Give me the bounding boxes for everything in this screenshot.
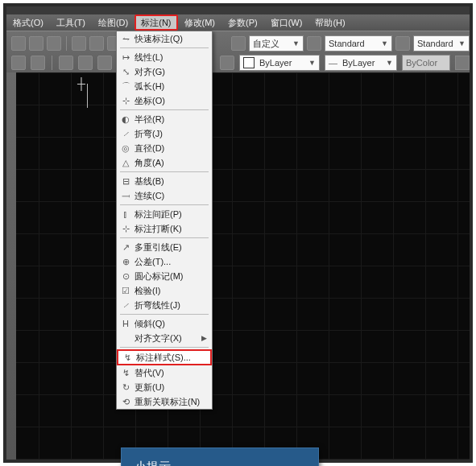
menu-item[interactable]: ⊕公差(T)... — [117, 254, 212, 269]
menu-item[interactable]: △角度(A) — [117, 155, 212, 170]
menu-item[interactable]: ⟞连续(C) — [117, 188, 212, 203]
menu-item[interactable]: ⟲重新关联标注(N) — [117, 394, 212, 409]
menu-label: 重新关联标注(N) — [135, 396, 200, 408]
tool-icon[interactable] — [29, 36, 43, 51]
menu-label: 角度(A) — [135, 157, 164, 169]
menu-item[interactable]: H倾斜(Q) — [117, 316, 212, 331]
color-dropdown[interactable]: ByLayer ▼ — [239, 55, 320, 71]
chevron-down-icon: ▼ — [308, 59, 316, 67]
menubar: 格式(O)工具(T)绘图(D)标注(N)修改(M)参数(P)窗口(W)帮助(H) — [6, 14, 470, 31]
menu-item[interactable]: ◐半径(R) — [117, 112, 212, 126]
bycolor-dropdown[interactable]: ByColor — [402, 55, 450, 71]
menu-icon: ↻ — [117, 382, 135, 393]
menu-label: 坐标(O) — [135, 95, 165, 107]
menu-item[interactable]: ↻更新(U) — [117, 380, 212, 394]
menu-icon: ↯ — [118, 353, 136, 363]
tool-icon[interactable] — [72, 36, 86, 51]
tool-icon[interactable] — [231, 36, 246, 51]
custom-dropdown[interactable]: 自定义 ▼ — [249, 35, 304, 52]
menu-label: 基线(B) — [135, 175, 164, 188]
linetype-dropdown[interactable]: — ByLayer ▼ — [325, 55, 397, 71]
menu-icon: ↗ — [117, 242, 135, 253]
tool-icon[interactable] — [11, 36, 26, 51]
menu-separator — [120, 237, 209, 238]
menu-label: 直径(D) — [135, 142, 164, 155]
menu-item[interactable]: 对齐文字(X)▶ — [117, 331, 212, 345]
menu-label: 倾斜(Q) — [135, 318, 165, 330]
menu-label: 标注间距(P) — [135, 208, 182, 221]
annotation-menu: ⥊快速标注(Q)↦线性(L)⤡对齐(G)⌒弧长(H)⊹坐标(O)◐半径(R)⟋折… — [116, 31, 213, 410]
left-sidebar — [6, 72, 16, 460]
menu-item[interactable]: 绘图(D) — [92, 14, 135, 31]
menu-item[interactable]: ⥊快速标注(Q) — [117, 31, 212, 46]
menu-label: 标注样式(S)... — [136, 352, 191, 364]
menu-label: 更新(U) — [135, 381, 164, 394]
menu-item[interactable]: ⟋折弯线性(J) — [117, 298, 212, 312]
drawing-canvas[interactable]: ┼ 小提示 标注 - 标注样式 — [6, 72, 470, 460]
menu-item[interactable]: 参数(P) — [221, 14, 264, 31]
tool-icon[interactable] — [395, 36, 410, 51]
menu-item-dim-style[interactable]: ↯标注样式(S)... — [117, 349, 212, 365]
cursor-cross-icon: ┼ — [77, 77, 85, 90]
menu-item[interactable]: 修改(M) — [178, 14, 222, 31]
menu-icon: ⟞ — [117, 191, 135, 201]
menu-item[interactable]: ⟋折弯(J) — [117, 126, 212, 141]
menu-item[interactable]: ↯替代(V) — [117, 365, 212, 380]
chevron-down-icon: ▼ — [381, 39, 388, 47]
menu-item[interactable]: ⤡对齐(G) — [117, 64, 212, 79]
tool-icon[interactable] — [78, 56, 93, 70]
menu-separator — [120, 204, 209, 205]
menu-separator — [120, 171, 209, 172]
custom-label: 自定义 — [253, 38, 279, 50]
menu-item[interactable]: 帮助(H) — [308, 14, 351, 31]
menu-icon: H — [117, 319, 135, 328]
menu-separator — [120, 47, 209, 48]
tool-icon[interactable] — [59, 56, 73, 70]
menu-label: 圆心标记(M) — [135, 270, 184, 282]
menu-item[interactable]: 格式(O) — [6, 14, 50, 31]
menu-item[interactable]: ⊹标注打断(K) — [117, 221, 212, 236]
standard-dropdown-2[interactable]: Standard ▼ — [413, 35, 470, 52]
menu-icon: ⌒ — [117, 80, 135, 93]
chevron-down-icon: ▼ — [292, 39, 300, 47]
menu-item[interactable]: 工具(T) — [50, 14, 92, 31]
menu-icon: ⊙ — [117, 271, 135, 282]
tool-icon[interactable] — [97, 56, 112, 70]
menu-item[interactable]: ☑检验(I) — [117, 283, 212, 298]
menu-item[interactable]: ⊟基线(B) — [117, 174, 212, 188]
menu-icon: ⊹ — [117, 96, 135, 106]
menu-separator — [120, 347, 209, 348]
menu-icon: ↦ — [117, 52, 135, 63]
menu-icon: ⊹ — [117, 224, 135, 234]
menu-item[interactable]: 标注(N) — [135, 14, 177, 31]
menu-item[interactable]: ⌒弧长(H) — [117, 79, 212, 93]
tool-icon[interactable] — [307, 36, 321, 51]
color-swatch-icon — [243, 57, 255, 68]
tool-icon[interactable] — [220, 56, 234, 70]
standard-dropdown-1[interactable]: Standard ▼ — [325, 35, 392, 52]
menu-item[interactable]: ⊹坐标(O) — [117, 93, 212, 108]
cursor-line — [87, 84, 88, 108]
menu-item[interactable]: ↗多重引线(E) — [117, 240, 212, 254]
tool-icon[interactable] — [47, 36, 61, 51]
chevron-down-icon: ▼ — [458, 39, 466, 47]
menu-label: 检验(I) — [135, 285, 160, 297]
tool-icon[interactable] — [455, 56, 470, 70]
menu-item[interactable]: ↦线性(L) — [117, 50, 212, 64]
bycolor-label: ByColor — [406, 58, 437, 68]
menu-icon: ◐ — [117, 114, 135, 125]
tool-icon[interactable] — [89, 36, 104, 51]
menu-icon: ⊟ — [117, 176, 135, 187]
menu-item[interactable]: ⫿标注间距(P) — [117, 207, 212, 221]
menu-item[interactable]: ⊙圆心标记(M) — [117, 269, 212, 283]
menu-separator — [120, 314, 209, 315]
menu-icon: ⟲ — [117, 397, 135, 407]
tool-icon[interactable] — [31, 56, 45, 70]
menu-item[interactable]: 窗口(W) — [264, 14, 309, 31]
menu-label: 多重引线(E) — [135, 241, 182, 254]
tool-icon[interactable] — [11, 56, 26, 70]
menu-label: 折弯线性(J) — [135, 299, 180, 311]
menu-item[interactable]: ◎直径(D) — [117, 141, 212, 155]
menu-label: 对齐(G) — [135, 66, 165, 78]
menu-label: 线性(L) — [135, 52, 163, 64]
